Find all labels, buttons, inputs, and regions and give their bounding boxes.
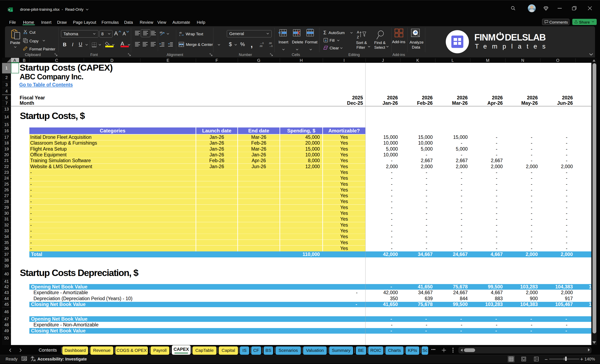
svg-text:c: c	[179, 34, 180, 36]
svg-text:A: A	[357, 30, 359, 34]
svg-text:→0: →0	[269, 45, 272, 47]
svg-text:.00: .00	[269, 42, 272, 45]
svg-text:ab: ab	[159, 31, 162, 34]
svg-text:x: x	[8, 8, 10, 11]
svg-text:Z: Z	[357, 35, 359, 39]
svg-text:ab: ab	[179, 31, 182, 34]
svg-text:←0: ←0	[260, 42, 264, 45]
svg-text:.00: .00	[259, 45, 262, 47]
